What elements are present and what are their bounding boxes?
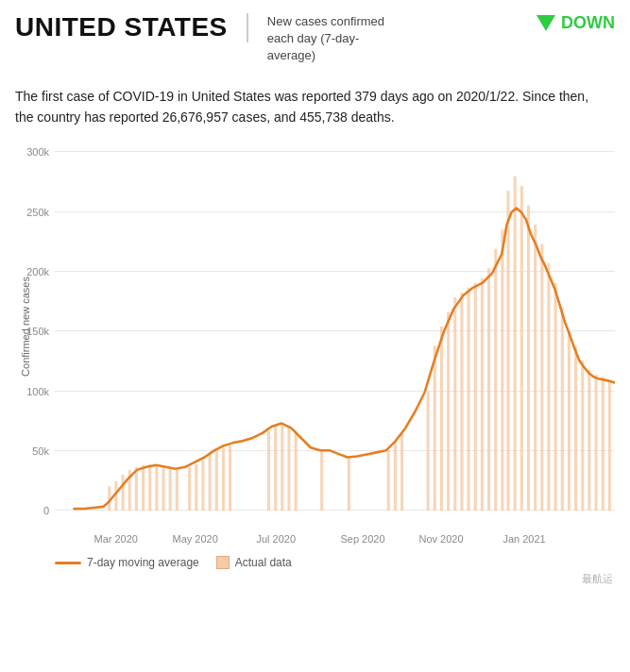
svg-rect-16 (222, 448, 225, 512)
svg-rect-36 (481, 278, 484, 511)
trend-down-icon (536, 15, 555, 31)
country-title: UNITED STATES (15, 13, 228, 42)
svg-rect-33 (460, 293, 463, 511)
svg-rect-15 (215, 451, 218, 512)
svg-rect-54 (602, 378, 604, 512)
chart-svg (55, 152, 615, 511)
ytick-100k: 100k (26, 386, 55, 397)
svg-rect-29 (434, 346, 436, 512)
svg-rect-32 (453, 297, 456, 511)
svg-rect-21 (287, 426, 290, 511)
svg-rect-24 (348, 458, 350, 511)
legend-bar-icon (216, 556, 230, 569)
svg-rect-44 (534, 225, 536, 511)
svg-rect-23 (320, 451, 323, 512)
svg-rect-30 (440, 327, 443, 511)
chart-inner: 300k 250k 200k 150k 100k (55, 152, 615, 511)
svg-rect-53 (595, 376, 598, 512)
svg-rect-27 (400, 433, 403, 511)
svg-rect-40 (506, 191, 509, 511)
svg-rect-14 (209, 455, 212, 512)
svg-rect-45 (540, 244, 543, 511)
svg-rect-20 (281, 423, 283, 511)
svg-rect-4 (135, 467, 138, 511)
svg-rect-41 (514, 176, 517, 511)
xtick-may2020: May 2020 (173, 533, 218, 545)
ytick-300k: 300k (26, 146, 55, 158)
ytick-250k: 250k (26, 207, 55, 218)
svg-rect-13 (201, 461, 204, 511)
svg-rect-17 (229, 446, 231, 512)
ytick-200k: 200k (26, 266, 55, 277)
subtitle-text: New cases confirmed each day (7-day- ave… (267, 13, 527, 65)
svg-rect-42 (520, 186, 523, 511)
subtitle-section: New cases confirmed each day (7-day- ave… (267, 13, 536, 65)
legend-actual-label: Actual data (235, 556, 292, 569)
svg-rect-11 (188, 467, 191, 511)
svg-rect-43 (527, 206, 530, 512)
watermark: 最航运 (582, 572, 613, 586)
svg-rect-28 (427, 392, 430, 511)
svg-rect-35 (474, 283, 477, 511)
svg-rect-10 (176, 470, 179, 511)
svg-rect-25 (387, 451, 390, 512)
svg-rect-26 (394, 443, 397, 511)
trend-section: DOWN (536, 13, 615, 33)
chart-legend: 7-day moving average Actual data (0, 548, 630, 579)
svg-rect-18 (267, 431, 270, 511)
svg-rect-19 (274, 426, 277, 511)
svg-rect-52 (587, 370, 590, 511)
legend-average-label: 7-day moving average (87, 556, 199, 569)
svg-rect-49 (568, 331, 570, 511)
ytick-50k: 50k (32, 445, 55, 457)
svg-rect-34 (468, 288, 470, 511)
ytick-150k: 150k (26, 326, 55, 337)
chart-container: Confirmed new cases 300k 250k 200k (0, 143, 630, 548)
ytick-0: 0 (43, 505, 55, 516)
svg-rect-37 (487, 269, 490, 512)
footer: 最航运 (0, 579, 630, 597)
trend-label: DOWN (561, 13, 615, 33)
svg-rect-46 (547, 263, 550, 511)
svg-rect-47 (554, 283, 557, 511)
svg-rect-51 (581, 361, 584, 511)
xtick-mar2020: Mar 2020 (94, 533, 138, 545)
legend-line-icon (55, 562, 81, 564)
svg-rect-12 (195, 464, 197, 511)
svg-rect-5 (142, 465, 145, 511)
svg-rect-48 (561, 308, 564, 512)
chart-area: Confirmed new cases 300k 250k 200k (15, 143, 615, 539)
svg-rect-39 (501, 230, 503, 512)
svg-rect-2 (122, 475, 125, 511)
svg-rect-7 (155, 465, 158, 511)
xtick-jul2020: Jul 2020 (256, 533, 296, 545)
title-section: UNITED STATES (15, 13, 248, 42)
svg-rect-50 (574, 346, 577, 512)
xtick-jan2021: Jan 2021 (502, 533, 545, 545)
xtick-nov2020: Nov 2020 (418, 533, 463, 545)
header: UNITED STATES New cases confirmed each d… (0, 0, 630, 75)
svg-rect-31 (447, 312, 450, 512)
svg-rect-22 (295, 431, 298, 511)
svg-rect-6 (148, 464, 151, 511)
svg-rect-9 (169, 469, 172, 511)
legend-item-average: 7-day moving average (55, 556, 199, 569)
svg-rect-38 (494, 249, 497, 511)
legend-item-actual: Actual data (216, 556, 292, 569)
description-text: The first case of COVID-19 in United Sta… (0, 75, 604, 143)
svg-rect-55 (608, 380, 611, 512)
xtick-sep2020: Sep 2020 (340, 533, 384, 545)
svg-rect-8 (162, 467, 164, 511)
